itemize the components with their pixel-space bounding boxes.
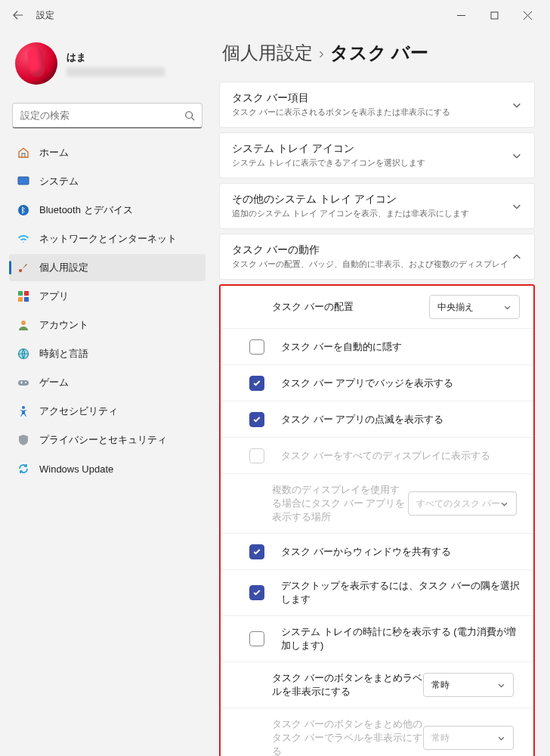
nav-label: アクセシビリティ [39,404,118,418]
globe-icon [17,347,30,361]
user-profile[interactable]: はま [9,36,205,91]
nav-label: ホーム [39,146,69,160]
wifi-icon [17,232,30,246]
user-email [66,67,165,76]
section-title: タスク バー項目 [232,91,511,105]
combineother-label: タスク バーのボタンをまとめ他のタスク バーでラベルを非表示にする [272,717,423,756]
nav-accessibility[interactable]: アクセシビリティ [9,398,205,425]
autohide-checkbox[interactable] [249,339,264,355]
showdesktop-checkbox[interactable] [249,585,264,600]
svg-point-10 [21,321,26,325]
nav-personalization[interactable]: 個人用設定 [9,254,205,281]
nav-label: ゲーム [39,376,69,389]
badges-checkbox[interactable] [249,376,264,391]
row-alignment: タスク バーの配置 中央揃え [221,286,533,329]
breadcrumb: 個人用設定 › タスク バー [219,41,535,65]
alignment-select[interactable]: 中央揃え [429,295,520,319]
svg-rect-2 [18,177,29,184]
search-input[interactable] [12,103,202,129]
gamepad-icon [17,376,30,389]
nav-label: 時刻と言語 [39,347,88,361]
select-value: 常時 [431,732,450,745]
svg-rect-9 [24,297,29,302]
svg-point-5 [19,269,22,272]
bluetooth-icon [17,203,30,217]
sharewindow-checkbox[interactable] [249,544,264,559]
nav-label: ネットワークとインターネット [39,232,177,246]
svg-point-1 [186,112,193,119]
nav-label: アカウント [39,318,88,332]
row-combine-other: タスク バーのボタンをまとめ他のタスク バーでラベルを非表示にする 常時 [221,708,533,756]
section-taskbar-behavior[interactable]: タスク バーの動作 タスク バーの配置、バッジ、自動的に非表示、および複数のディ… [219,234,535,280]
seconds-checkbox[interactable] [249,631,264,646]
badges-label: タスク バー アプリでバッジを表示する [281,376,520,390]
window-title: 設定 [36,9,54,22]
section-desc: タスク バーの配置、バッジ、自動的に非表示、および複数のディスプレイ [232,259,511,270]
section-desc: 追加のシステム トレイ アイコンを表示、または非表示にします [232,208,511,219]
nav-home[interactable]: ホーム [9,139,205,166]
minimize-button[interactable] [444,3,477,27]
nav-accounts[interactable]: アカウント [9,311,205,339]
accessibility-icon [17,404,30,418]
chevron-down-icon [497,681,505,689]
brush-icon [17,261,30,274]
nav-privacy[interactable]: プライバシーとセキュリティ [9,426,205,454]
chevron-down-icon [511,201,522,212]
row-combine: タスク バーのボタンをまとめラベルを非表示にする 常時 [221,662,533,708]
nav-system[interactable]: システム [9,168,205,195]
person-icon [17,318,30,332]
select-value: すべてのタスク バー [416,497,500,510]
nav-network[interactable]: ネットワークとインターネット [9,225,205,253]
row-badges[interactable]: タスク バー アプリでバッジを表示する [221,365,533,401]
svg-point-4 [18,205,29,215]
section-title: その他のシステム トレイ アイコン [232,193,511,206]
nav-bluetooth[interactable]: Bluetooth とデバイス [9,197,205,224]
chevron-down-icon [497,734,505,742]
section-taskbar-items[interactable]: タスク バー項目 タスク バーに表示されるボタンを表示または非表示にする [219,82,535,128]
chevron-down-icon [503,303,511,311]
search-box[interactable] [12,103,202,129]
chevron-down-icon [511,100,522,110]
svg-rect-6 [18,291,23,296]
nav-windows-update[interactable]: Windows Update [9,455,205,482]
section-other-tray[interactable]: その他のシステム トレイ アイコン 追加のシステム トレイ アイコンを表示、また… [219,183,535,229]
breadcrumb-current: タスク バー [330,41,429,65]
close-button[interactable] [511,3,544,27]
nav-gaming[interactable]: ゲーム [9,369,205,396]
seconds-label: システム トレイの時計に秒を表示する (電力消費が増加します) [281,625,520,652]
row-autohide[interactable]: タスク バーを自動的に隠す [221,329,533,365]
taskbar-behavior-panel: タスク バーの配置 中央揃え タスク バーを自動的に隠す タスク バー アプリで… [219,284,535,756]
nav-label: アプリ [39,290,69,303]
nav-label: Bluetooth とデバイス [39,203,133,217]
combine-select[interactable]: 常時 [423,673,514,697]
select-value: 常時 [431,679,450,692]
search-icon [184,110,195,121]
svg-point-14 [22,406,25,409]
row-flashing[interactable]: タスク バー アプリの点滅を表示する [221,401,533,438]
svg-rect-0 [491,12,498,19]
back-button[interactable] [6,3,30,27]
nav-label: プライバシーとセキュリティ [39,433,167,447]
nav-apps[interactable]: アプリ [9,283,205,310]
section-system-tray[interactable]: システム トレイ アイコン システム トレイに表示できるアイコンを選択します [219,132,535,178]
alignment-label: タスク バーの配置 [272,300,429,314]
breadcrumb-parent[interactable]: 個人用設定 [222,41,313,65]
maximize-button[interactable] [477,3,511,27]
row-clock-seconds[interactable]: システム トレイの時計に秒を表示する (電力消費が増加します) [221,616,533,662]
row-share-window[interactable]: タスク バーからウィンドウを共有する [221,534,533,570]
nav-label: 個人用設定 [39,261,88,274]
shield-icon [17,433,30,447]
nav-label: Windows Update [39,463,113,475]
row-show-desktop[interactable]: デスクトップを表示するには、タスク バーの隅を選択します [221,570,533,616]
chevron-down-icon [511,150,522,161]
svg-rect-7 [24,291,29,296]
flashing-checkbox[interactable] [249,412,264,427]
combine-label: タスク バーのボタンをまとめラベルを非表示にする [272,671,423,699]
svg-rect-8 [18,297,23,302]
section-title: システム トレイ アイコン [232,142,511,156]
nav-time-language[interactable]: 時刻と言語 [9,340,205,367]
multidisplay-label: 複数のディスプレイを使用する場合にタスク バー アプリを表示する場所 [272,483,408,524]
section-title: タスク バーの動作 [232,243,511,257]
multidisplay-select: すべてのタスク バー [408,491,517,516]
showdesktop-label: デスクトップを表示するには、タスク バーの隅を選択します [281,579,520,606]
